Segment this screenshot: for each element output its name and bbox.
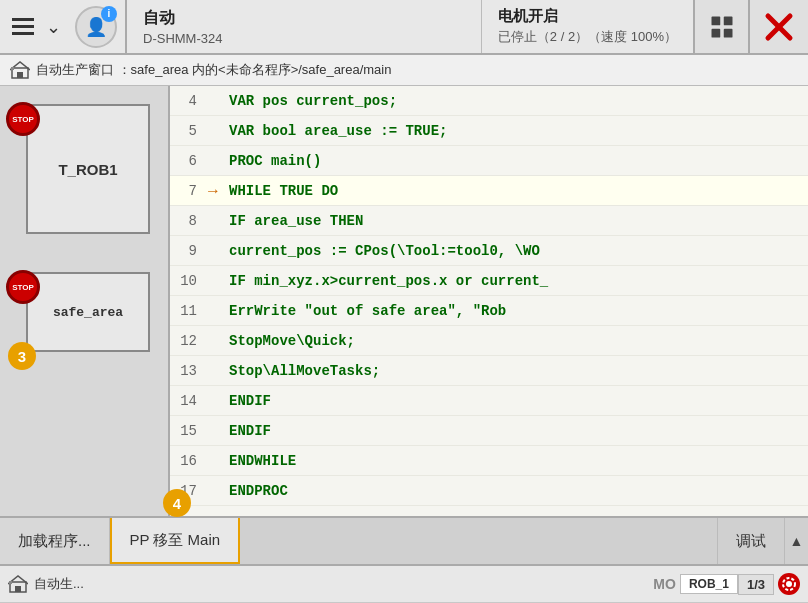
svg-rect-7: [17, 72, 23, 78]
code-line: 15 ENDIF: [170, 416, 808, 446]
breadcrumb-text: 自动生产窗口 ：safe_area 内的<未命名程序>/safe_area/ma…: [36, 61, 391, 79]
line-number: 14: [170, 393, 205, 409]
code-text: VAR bool area_use := TRUE;: [225, 123, 447, 139]
module-label: safe_area: [53, 305, 123, 320]
code-text: VAR pos current_pos;: [225, 93, 397, 109]
code-text: current_pos := CPos(\Tool:=tool0, \WO: [225, 243, 540, 259]
mode-label: 自动: [143, 8, 465, 29]
top-bar: ⌄ 👤 i 自动 D-SHMM-324 电机开启 已停止（2 / 2）（速度 1…: [0, 0, 808, 55]
line-number: 8: [170, 213, 205, 229]
robot-box: T_ROB1: [26, 104, 150, 234]
code-line: 8 IF area_use THEN: [170, 206, 808, 236]
code-text: ENDIF: [225, 393, 271, 409]
code-text: IF min_xyz.x>current_pos.x or current_: [225, 273, 548, 289]
line-number: 13: [170, 363, 205, 379]
device-label: D-SHMM-324: [143, 31, 465, 46]
code-area: 4VAR pos current_pos;5VAR bool area_use …: [170, 86, 808, 516]
svg-rect-1: [723, 16, 732, 25]
main-content: STOP T_ROB1 STOP safe_area 3 4VAR pos cu…: [0, 86, 808, 516]
code-line: 9 current_pos := CPos(\Tool:=tool0, \WO: [170, 236, 808, 266]
stop-badge-bottom: STOP: [6, 270, 40, 304]
line-arrow: →: [205, 182, 225, 200]
code-line: 10 IF min_xyz.x>current_pos.x or current…: [170, 266, 808, 296]
home-icon: [10, 60, 30, 80]
line-number: 4: [170, 93, 205, 109]
scroll-up-arrow[interactable]: ▲: [784, 518, 808, 564]
badge-4: 4: [163, 489, 191, 517]
status-bar: 自动生... MO ROB_1 1/3: [0, 564, 808, 602]
network-button[interactable]: [693, 0, 748, 53]
code-line: 6PROC main(): [170, 146, 808, 176]
code-text: StopMove\Quick;: [225, 333, 355, 349]
svg-rect-10: [15, 586, 21, 592]
gear-svg: [781, 576, 797, 592]
module-box: safe_area: [26, 272, 150, 352]
line-number: 15: [170, 423, 205, 439]
line-number: 5: [170, 123, 205, 139]
stop-badge-top: STOP: [6, 102, 40, 136]
robot-progress: 1/3: [738, 574, 774, 595]
code-line: 17ENDPROC: [170, 476, 808, 506]
robot-gear-icon: [778, 573, 800, 595]
code-line: 11 ErrWrite "out of safe area", "Rob: [170, 296, 808, 326]
svg-rect-0: [711, 16, 720, 25]
code-line: 7→ WHILE TRUE DO: [170, 176, 808, 206]
code-text: WHILE TRUE DO: [225, 183, 338, 199]
badge-3: 3: [8, 342, 36, 370]
code-text: IF area_use THEN: [225, 213, 363, 229]
chevron-button[interactable]: ⌄: [42, 14, 65, 40]
info-badge: i: [101, 6, 117, 22]
close-button[interactable]: [748, 0, 808, 53]
code-line: 4VAR pos current_pos;: [170, 86, 808, 116]
code-text: ENDIF: [225, 423, 271, 439]
svg-rect-8: [11, 67, 14, 70]
line-number: 10: [170, 273, 205, 289]
code-text: ENDWHILE: [225, 453, 296, 469]
status-right: MO ROB_1 1/3: [653, 573, 800, 595]
code-text: ENDPROC: [225, 483, 288, 499]
svg-rect-3: [723, 28, 732, 37]
code-line: 13 Stop\AllMoveTasks;: [170, 356, 808, 386]
code-text: ErrWrite "out of safe area", "Rob: [225, 303, 506, 319]
top-bar-mode-section: 自动 D-SHMM-324: [127, 0, 481, 53]
status-left: 自动生...: [8, 574, 84, 594]
code-text: PROC main(): [225, 153, 321, 169]
code-line: 12 StopMove\Quick;: [170, 326, 808, 356]
line-number: 12: [170, 333, 205, 349]
robot-info: ROB_1 1/3: [680, 573, 800, 595]
network-icon: [708, 13, 736, 41]
status-logo: MO: [653, 576, 676, 592]
load-program-button[interactable]: 加载程序...: [0, 518, 110, 564]
motor-status-label: 电机开启: [498, 7, 677, 26]
top-bar-left: ⌄ 👤 i: [0, 0, 127, 53]
run-status-label: 已停止（2 / 2）（速度 100%）: [498, 28, 677, 46]
info-user-button[interactable]: 👤 i: [75, 6, 117, 48]
breadcrumb: 自动生产窗口 ：safe_area 内的<未命名程序>/safe_area/ma…: [0, 55, 808, 86]
pp-main-button[interactable]: PP 移至 Main: [110, 518, 241, 564]
close-icon: [763, 11, 795, 43]
line-number: 9: [170, 243, 205, 259]
robot-label: T_ROB1: [58, 161, 117, 178]
code-line: 5VAR bool area_use := TRUE;: [170, 116, 808, 146]
code-lines: 4VAR pos current_pos;5VAR bool area_use …: [170, 86, 808, 516]
status-auto-label: 自动生...: [34, 575, 84, 593]
code-text: Stop\AllMoveTasks;: [225, 363, 380, 379]
line-number: 11: [170, 303, 205, 319]
top-bar-status-section: 电机开启 已停止（2 / 2）（速度 100%）: [481, 0, 693, 53]
left-panel: STOP T_ROB1 STOP safe_area 3: [0, 86, 170, 516]
svg-point-12: [786, 581, 792, 587]
code-line: 14 ENDIF: [170, 386, 808, 416]
status-home-icon: [8, 574, 28, 594]
robot-name-badge: ROB_1: [680, 574, 738, 594]
line-number: 16: [170, 453, 205, 469]
bottom-toolbar: 加载程序... PP 移至 Main 调试 ▲: [0, 516, 808, 564]
debug-button[interactable]: 调试: [717, 518, 784, 564]
svg-rect-2: [711, 28, 720, 37]
hamburger-button[interactable]: [8, 14, 38, 39]
line-number: 6: [170, 153, 205, 169]
code-line: 16 ENDWHILE: [170, 446, 808, 476]
svg-rect-11: [9, 581, 12, 584]
line-number: 7: [170, 183, 205, 199]
